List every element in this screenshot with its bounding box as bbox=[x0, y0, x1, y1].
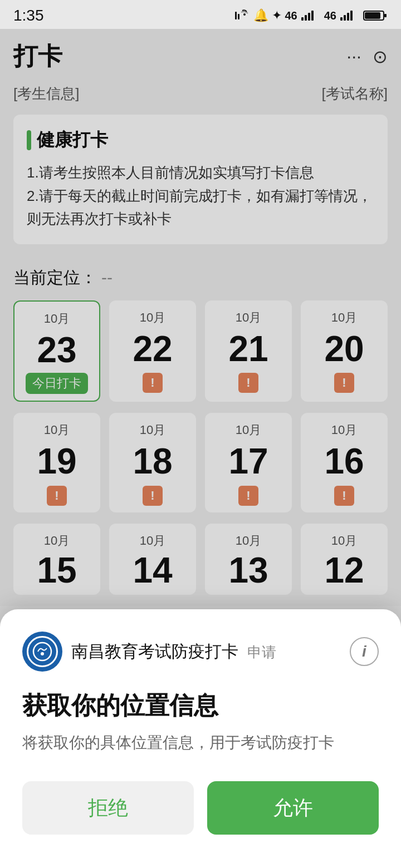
svg-rect-10 bbox=[350, 11, 353, 21]
cal-day: 15 bbox=[37, 553, 76, 588]
more-button[interactable]: ··· bbox=[346, 46, 361, 67]
alert-icon: ! bbox=[238, 373, 258, 393]
cal-day: 22 bbox=[133, 329, 172, 368]
cal-day: 13 bbox=[228, 553, 268, 588]
calendar-day-15[interactable]: 10月 15 bbox=[13, 524, 100, 595]
cal-month: 10月 bbox=[331, 532, 357, 549]
alert-icon: ! bbox=[238, 486, 258, 506]
alert-icon: ! bbox=[334, 373, 354, 393]
calendar-day-13[interactable]: 10月 13 bbox=[205, 524, 292, 595]
calendar-day-18[interactable]: 10月 18 ! bbox=[109, 413, 196, 512]
calendar-row-2: 10月 19 ! 10月 18 ! 10月 17 ! 10月 16 ! bbox=[13, 413, 388, 523]
cal-day: 12 bbox=[324, 553, 364, 588]
exam-info: [考生信息] bbox=[13, 84, 79, 103]
info-button[interactable]: i bbox=[350, 637, 379, 666]
calendar-day-14[interactable]: 10月 14 bbox=[109, 524, 196, 595]
svg-rect-1 bbox=[238, 14, 239, 19]
status-time: 1:35 bbox=[13, 7, 44, 24]
cal-day: 19 bbox=[37, 442, 76, 481]
green-bar-icon bbox=[27, 130, 31, 150]
cal-day: 17 bbox=[228, 442, 268, 481]
modal-description: 将获取你的具体位置信息，用于考试防疫打卡 bbox=[22, 731, 379, 754]
calendar-day-12[interactable]: 10月 12 bbox=[301, 524, 388, 595]
cal-month: 10月 bbox=[140, 532, 165, 549]
app-header: 打卡 ··· ⊙ bbox=[13, 29, 388, 80]
header-actions: ··· ⊙ bbox=[346, 46, 388, 67]
svg-rect-13 bbox=[365, 12, 380, 19]
health-notice: 1.请考生按照本人目前情况如实填写打卡信息 2.请于每天的截止时间前完成打卡，如… bbox=[27, 161, 374, 231]
svg-rect-7 bbox=[340, 17, 343, 21]
cal-month: 10月 bbox=[236, 422, 261, 438]
svg-point-15 bbox=[41, 652, 44, 655]
calendar-day-22[interactable]: 10月 22 ! bbox=[109, 300, 196, 402]
svg-point-14 bbox=[33, 643, 51, 660]
calendar-row-3: 10月 15 10月 14 10月 13 10月 12 bbox=[13, 524, 388, 606]
health-title: 健康打卡 bbox=[27, 128, 374, 152]
svg-rect-5 bbox=[308, 13, 310, 21]
calendar-row-1: 10月 23 今日打卡 10月 22 ! 10月 21 ! 10月 20 ! bbox=[13, 300, 388, 413]
today-badge: 今日打卡 bbox=[26, 373, 88, 394]
svg-rect-0 bbox=[235, 12, 237, 19]
calendar-day-21[interactable]: 10月 21 ! bbox=[205, 300, 292, 402]
camera-button[interactable]: ⊙ bbox=[373, 46, 388, 67]
svg-rect-9 bbox=[347, 13, 349, 21]
alert-icon: ! bbox=[47, 486, 67, 506]
modal-actions: 拒绝 允许 bbox=[22, 781, 379, 835]
cal-month: 10月 bbox=[236, 532, 261, 549]
cal-month: 10月 bbox=[44, 422, 70, 438]
svg-rect-8 bbox=[344, 15, 346, 21]
modal-app-text: 南昌教育考试防疫打卡 申请 bbox=[71, 640, 276, 663]
app-icon-inner bbox=[27, 636, 58, 667]
alert-icon: ! bbox=[334, 486, 354, 506]
location-value: -- bbox=[101, 268, 113, 287]
cal-month: 10月 bbox=[331, 309, 357, 326]
cal-day: 14 bbox=[133, 553, 172, 588]
app-icon bbox=[22, 632, 62, 672]
cal-month: 10月 bbox=[44, 310, 70, 327]
calendar-day-19[interactable]: 10月 19 ! bbox=[13, 413, 100, 512]
cal-day: 23 bbox=[37, 331, 76, 369]
svg-rect-3 bbox=[301, 17, 304, 21]
modal-app-name: 南昌教育考试防疫打卡 bbox=[71, 642, 238, 660]
health-card: 健康打卡 1.请考生按照本人目前情况如实填写打卡信息 2.请于每天的截止时间前完… bbox=[13, 115, 388, 244]
alert-icon: ! bbox=[143, 486, 163, 506]
allow-button[interactable]: 允许 bbox=[207, 781, 379, 835]
cal-month: 10月 bbox=[236, 309, 261, 326]
calendar-day-23[interactable]: 10月 23 今日打卡 bbox=[13, 300, 100, 402]
calendar-day-16[interactable]: 10月 16 ! bbox=[301, 413, 388, 512]
modal-header: 南昌教育考试防疫打卡 申请 i bbox=[22, 632, 379, 672]
cal-day: 18 bbox=[133, 442, 172, 481]
deny-button[interactable]: 拒绝 bbox=[22, 781, 194, 835]
exam-info-row: [考生信息] [考试名称] bbox=[13, 80, 388, 115]
svg-rect-12 bbox=[384, 14, 387, 17]
modal-title: 获取你的位置信息 bbox=[22, 689, 379, 722]
cal-month: 10月 bbox=[331, 422, 357, 438]
alert-icon: ! bbox=[143, 373, 163, 393]
location-label: 当前定位： bbox=[13, 267, 97, 289]
exam-name: [考试名称] bbox=[322, 84, 388, 103]
svg-rect-4 bbox=[305, 15, 307, 21]
app-background: 打卡 ··· ⊙ [考生信息] [考试名称] 健康打卡 1.请考生按照本人目前情… bbox=[0, 29, 401, 606]
location-row: 当前定位： -- bbox=[13, 258, 388, 300]
modal-app-info: 南昌教育考试防疫打卡 申请 bbox=[22, 632, 276, 672]
cal-day: 16 bbox=[324, 442, 364, 481]
modal-app-tag: 申请 bbox=[247, 644, 276, 660]
cal-month: 10月 bbox=[140, 422, 165, 438]
cal-day: 20 bbox=[324, 329, 364, 368]
svg-rect-6 bbox=[311, 11, 314, 21]
permission-modal: 南昌教育考试防疫打卡 申请 i 获取你的位置信息 将获取你的具体位置信息，用于考… bbox=[0, 609, 401, 868]
calendar-day-17[interactable]: 10月 17 ! bbox=[205, 413, 292, 512]
status-icons: 🔔 ✦ 46 46 bbox=[234, 8, 388, 23]
svg-point-2 bbox=[243, 13, 246, 16]
cal-month: 10月 bbox=[44, 532, 70, 549]
status-bar: 1:35 🔔 ✦ 46 46 bbox=[0, 0, 401, 29]
cal-day: 21 bbox=[228, 329, 268, 368]
calendar-day-20[interactable]: 10月 20 ! bbox=[301, 300, 388, 402]
page-title: 打卡 bbox=[13, 40, 62, 73]
cal-month: 10月 bbox=[140, 309, 165, 326]
